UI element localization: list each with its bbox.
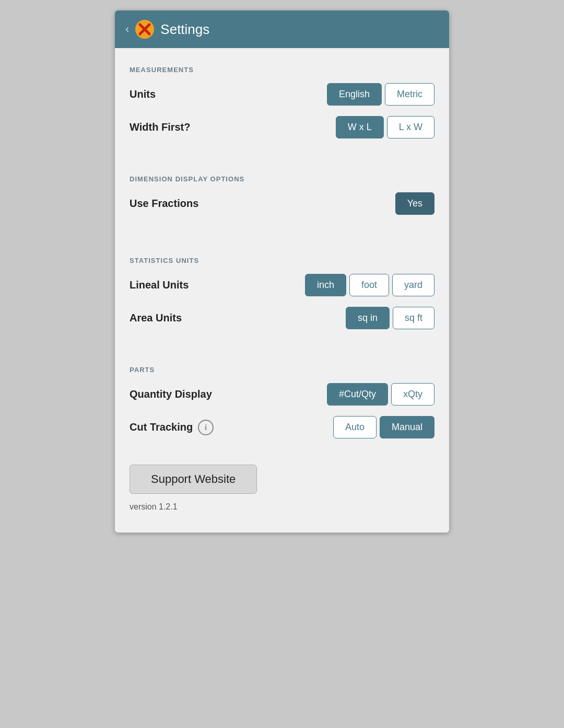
width-first-label: Width First?: [130, 121, 190, 133]
width-first-lxw-button[interactable]: L x W: [387, 116, 434, 138]
back-button[interactable]: ‹: [125, 22, 129, 36]
units-row: Units English Metric: [130, 83, 434, 106]
area-units-btn-group: sq in sq ft: [346, 307, 434, 329]
cut-tracking-btn-group: Auto Manual: [333, 416, 434, 438]
quantity-xqty-button[interactable]: xQty: [391, 383, 434, 406]
lineal-foot-button[interactable]: foot: [349, 274, 389, 296]
quantity-display-label: Quantity Display: [130, 388, 212, 400]
units-label: Units: [130, 88, 156, 100]
lineal-units-row: Lineal Units inch foot yard: [130, 274, 434, 296]
width-first-wxl-button[interactable]: W x L: [336, 116, 384, 138]
version-label: version 1.2.1: [130, 502, 434, 512]
width-first-row: Width First? W x L L x W: [130, 116, 434, 138]
app-icon: [135, 20, 154, 39]
use-fractions-btn-group: Yes: [395, 192, 434, 215]
width-first-btn-group: W x L L x W: [336, 116, 434, 138]
use-fractions-yes-button[interactable]: Yes: [395, 192, 434, 215]
quantity-display-row: Quantity Display #Cut/Qty xQty: [130, 383, 434, 406]
lineal-yard-button[interactable]: yard: [392, 274, 434, 296]
units-metric-button[interactable]: Metric: [385, 83, 434, 106]
quantity-display-btn-group: #Cut/Qty xQty: [327, 383, 434, 406]
quantity-cutqty-button[interactable]: #Cut/Qty: [327, 383, 388, 406]
page-title: Settings: [160, 21, 209, 38]
area-sqft-button[interactable]: sq ft: [393, 307, 434, 329]
area-sqin-button[interactable]: sq in: [346, 307, 390, 329]
cut-tracking-label: Cut Tracking i: [130, 420, 214, 435]
parts-section-label: PARTS: [130, 366, 434, 374]
cut-tracking-manual-button[interactable]: Manual: [380, 416, 434, 438]
cut-tracking-auto-button[interactable]: Auto: [333, 416, 377, 438]
lineal-inch-button[interactable]: inch: [305, 274, 346, 296]
statistics-section-label: STATISTICS UNITS: [130, 257, 434, 264]
lineal-units-label: Lineal Units: [130, 279, 189, 291]
header: ‹ Settings: [115, 10, 449, 48]
units-english-button[interactable]: English: [327, 83, 382, 106]
cut-tracking-info-icon[interactable]: i: [198, 420, 214, 435]
measurements-section-label: MEASUREMENTS: [130, 66, 434, 74]
area-units-label: Area Units: [130, 312, 182, 324]
content: MEASUREMENTS Units English Metric Width …: [115, 48, 449, 533]
support-website-button[interactable]: Support Website: [130, 465, 257, 494]
app-container: ‹ Settings MEASUREMENTS Units English Me…: [115, 10, 449, 533]
cut-tracking-row: Cut Tracking i Auto Manual: [130, 416, 434, 438]
area-units-row: Area Units sq in sq ft: [130, 307, 434, 329]
dimension-section-label: DIMENSION DISPLAY OPTIONS: [130, 175, 434, 183]
units-btn-group: English Metric: [327, 83, 434, 106]
use-fractions-label: Use Fractions: [130, 198, 198, 210]
lineal-units-btn-group: inch foot yard: [305, 274, 434, 296]
use-fractions-row: Use Fractions Yes: [130, 192, 434, 215]
